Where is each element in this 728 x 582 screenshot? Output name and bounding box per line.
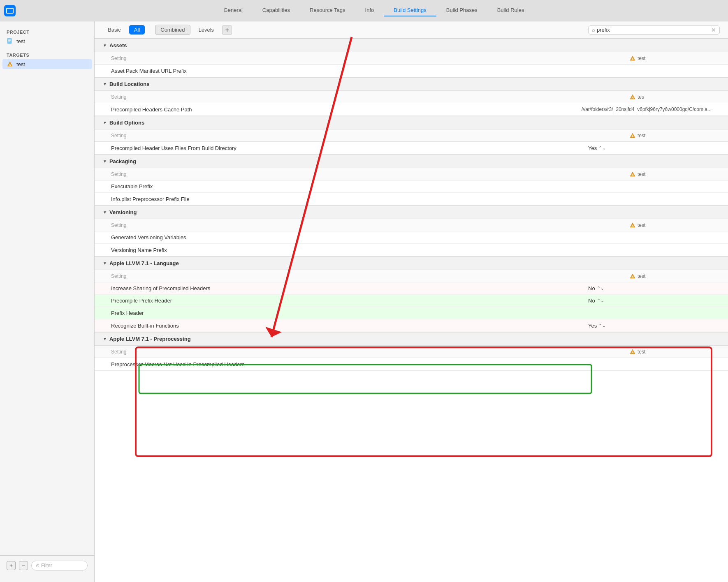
chevron-icon: ▼ [103, 120, 107, 125]
subtab-basic[interactable]: Basic [103, 25, 126, 35]
svg-text:A: A [9, 63, 11, 66]
sidebar-bottom: + − ⊙ Filter [0, 555, 94, 575]
setting-name: Preprocessor Macros Not Used In Precompi… [111, 361, 712, 367]
add-setting-button[interactable]: + [222, 25, 232, 35]
sub-toolbar: Basic All Combined Levels + ⌕ ✕ [95, 21, 728, 39]
tab-build-phases[interactable]: Build Phases [436, 5, 487, 16]
main-layout: PROJECT test TARGETS A test [0, 21, 728, 582]
stepper-icon[interactable]: ⌃⌄ [597, 298, 604, 303]
sidebar: PROJECT test TARGETS A test [0, 21, 95, 582]
setting-row-recognize-builtin: Recognize Built-in Functions Yes ⌃⌄ [95, 319, 728, 332]
setting-col-label: Setting [111, 133, 629, 139]
add-button[interactable]: + [7, 561, 16, 570]
section-build-locations: ▼ Build Locations Setting A tes [95, 77, 728, 116]
svg-text:A: A [631, 224, 633, 227]
build-opt-header-row: Setting A test [95, 129, 728, 142]
section-title-assets: Assets [109, 42, 127, 48]
tab-capabilities[interactable]: Capabilities [253, 5, 300, 16]
section-header-build-locations[interactable]: ▼ Build Locations [95, 77, 728, 91]
section-header-assets[interactable]: ▼ Assets [95, 39, 728, 52]
setting-name: Precompiled Header Uses Files From Build… [111, 145, 350, 151]
target-icon-small: A [629, 273, 636, 279]
remove-button[interactable]: − [19, 561, 28, 570]
sidebar-item-project[interactable]: test [0, 36, 94, 46]
target-name-label: tes [638, 94, 644, 100]
filter-placeholder: Filter [41, 563, 52, 568]
setting-value: No ⌃⌄ [588, 298, 712, 304]
section-title: Apple LLVM 7.1 - Language [109, 260, 179, 266]
section-assets: ▼ Assets Setting A test [95, 39, 728, 77]
setting-row-precompiled-uses: Precompiled Header Uses Files From Build… [95, 142, 728, 154]
section-header-llvm-language[interactable]: ▼ Apple LLVM 7.1 - Language [95, 256, 728, 270]
stepper-icon[interactable]: ⌃⌄ [598, 146, 606, 151]
stepper-icon[interactable]: ⌃⌄ [597, 286, 604, 291]
svg-rect-1 [8, 39, 11, 40]
project-section-label: PROJECT [0, 28, 94, 36]
llvm-prep-header-row: Setting A test [95, 346, 728, 358]
nav-tabs: General Capabilities Resource Tags Info … [24, 5, 724, 16]
setting-row-precompiled-cache: Precompiled Headers Cache Path /var/fold… [95, 103, 728, 115]
section-title: Versioning [109, 209, 137, 215]
target-icon-small: A [629, 349, 636, 355]
section-header-packaging[interactable]: ▼ Packaging [95, 155, 728, 168]
setting-target-col: A test [629, 349, 712, 355]
svg-text:A: A [631, 275, 633, 278]
file-icon [7, 38, 13, 44]
subtab-combined[interactable]: Combined [155, 25, 190, 35]
tab-build-rules[interactable]: Build Rules [487, 5, 534, 16]
build-loc-header-row: Setting A tes [95, 91, 728, 103]
filter-input-container[interactable]: ⊙ Filter [31, 561, 88, 570]
window-icon[interactable] [4, 5, 16, 16]
section-header-versioning[interactable]: ▼ Versioning [95, 206, 728, 219]
chevron-icon: ▼ [103, 43, 107, 48]
versioning-header-row: Setting A test [95, 219, 728, 231]
setting-name: Generated Versioning Variables [111, 234, 712, 240]
setting-target-col: A test [629, 55, 712, 62]
target-name-label: test [638, 55, 645, 61]
tab-general[interactable]: General [214, 5, 253, 16]
setting-row-exec-prefix: Executable Prefix [95, 180, 728, 193]
main-content: Basic All Combined Levels + ⌕ ✕ ▼ [95, 21, 728, 582]
tab-build-settings[interactable]: Build Settings [384, 5, 436, 16]
svg-text:A: A [631, 58, 633, 60]
section-build-options: ▼ Build Options Setting A test [95, 116, 728, 155]
section-packaging: ▼ Packaging Setting A test [95, 155, 728, 206]
chevron-icon: ▼ [103, 82, 107, 86]
setting-col-label: Setting [111, 94, 629, 100]
tab-info[interactable]: Info [355, 5, 384, 16]
setting-row-prefix-header: Prefix Header [95, 307, 728, 319]
section-header-build-options[interactable]: ▼ Build Options [95, 116, 728, 129]
section-header-llvm-preprocessing[interactable]: ▼ Apple LLVM 7.1 - Preprocessing [95, 332, 728, 346]
target-name-label: test [638, 171, 645, 177]
sidebar-item-target[interactable]: A test [2, 59, 92, 69]
setting-col-label: Setting [111, 171, 629, 177]
target-name-label: test [638, 222, 645, 228]
chevron-icon: ▼ [103, 159, 107, 164]
target-name-label: test [638, 133, 645, 139]
subtab-all[interactable]: All [129, 25, 145, 35]
search-bar: ⌕ ✕ [588, 25, 720, 35]
svg-rect-2 [8, 40, 11, 41]
setting-col-label: Setting [111, 273, 629, 279]
setting-target-col: A test [629, 222, 712, 229]
setting-name: Prefix Header [111, 310, 712, 316]
tab-resource-tags[interactable]: Resource Tags [300, 5, 355, 16]
target-icon-small: A [629, 222, 636, 229]
llvm-lang-header-row: Setting A test [95, 270, 728, 282]
setting-row-gen-versioning: Generated Versioning Variables [95, 231, 728, 244]
target-icon-small: A [629, 171, 636, 178]
section-title: Build Options [109, 120, 144, 126]
subtab-levels[interactable]: Levels [194, 25, 219, 35]
setting-target-col: A test [629, 273, 712, 279]
setting-name: Versioning Name Prefix [111, 247, 712, 253]
setting-row-increase-sharing: Increase Sharing of Precompiled Headers … [95, 282, 728, 295]
targets-section-label: TARGETS [0, 51, 94, 59]
section-title: Apple LLVM 7.1 - Preprocessing [109, 336, 191, 342]
stepper-icon[interactable]: ⌃⌄ [598, 323, 606, 328]
setting-name: Recognize Built-in Functions [111, 323, 350, 329]
section-llvm-preprocessing: ▼ Apple LLVM 7.1 - Preprocessing Setting… [95, 332, 728, 371]
clear-search-button[interactable]: ✕ [711, 27, 716, 33]
chevron-icon: ▼ [103, 261, 107, 266]
search-input[interactable] [597, 27, 709, 33]
target-item-label: test [16, 61, 25, 67]
